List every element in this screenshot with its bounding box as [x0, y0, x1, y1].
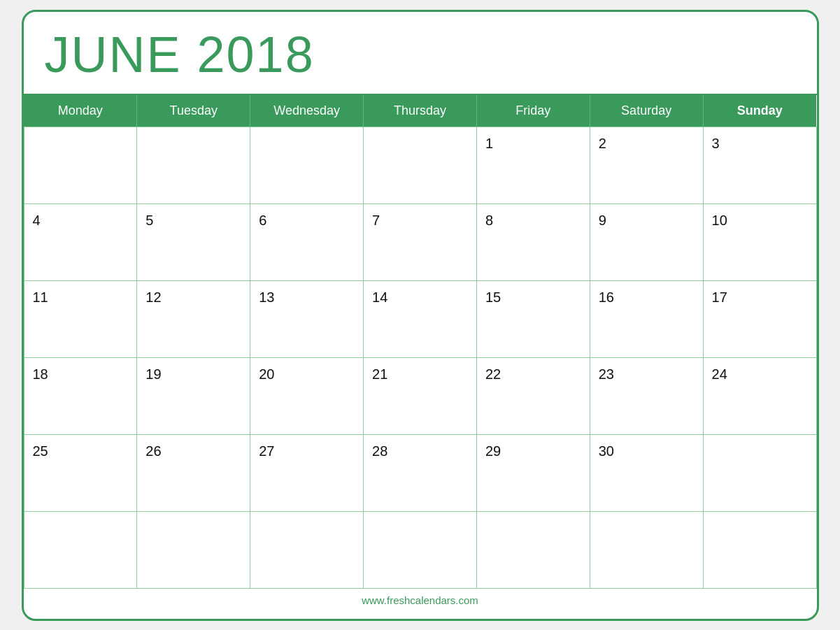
- calendar-day-cell[interactable]: 16: [590, 280, 703, 357]
- day-number: 9: [597, 210, 696, 231]
- day-number: 26: [144, 441, 243, 462]
- calendar-day-cell[interactable]: [476, 511, 590, 588]
- day-number: 11: [31, 287, 130, 308]
- calendar-footer: www.freshcalendars.com: [24, 589, 817, 612]
- calendar-day-cell[interactable]: 11: [24, 280, 137, 357]
- day-number: 28: [371, 441, 469, 462]
- calendar-day-cell[interactable]: [137, 127, 250, 203]
- calendar-day-cell[interactable]: 28: [364, 434, 477, 511]
- calendar-day-cell[interactable]: [364, 127, 477, 203]
- calendar-day-cell[interactable]: 15: [476, 280, 590, 357]
- calendar-day-cell[interactable]: 21: [364, 357, 477, 434]
- calendar-day-cell[interactable]: 18: [24, 357, 137, 434]
- header-monday: Monday: [24, 95, 137, 127]
- calendar-day-cell[interactable]: [24, 511, 137, 588]
- day-number: 22: [484, 364, 583, 385]
- day-number: 8: [484, 210, 583, 231]
- calendar-day-cell[interactable]: 14: [364, 280, 477, 357]
- calendar-day-cell[interactable]: 24: [703, 357, 816, 434]
- header-tuesday: Tuesday: [137, 95, 250, 127]
- day-number: 12: [144, 287, 243, 308]
- day-number: 24: [711, 364, 809, 385]
- calendar-day-cell[interactable]: 23: [590, 357, 703, 434]
- day-number: 29: [484, 441, 583, 462]
- calendar-week-row: 11121314151617: [24, 280, 816, 357]
- calendar-day-cell[interactable]: 17: [703, 280, 816, 357]
- day-number: 17: [711, 287, 809, 308]
- calendar-day-cell[interactable]: 4: [24, 203, 137, 280]
- calendar-day-cell[interactable]: 26: [137, 434, 250, 511]
- calendar-day-cell[interactable]: 1: [476, 127, 590, 203]
- header-friday: Friday: [476, 95, 590, 127]
- day-number: 7: [371, 210, 469, 231]
- day-number: 30: [597, 441, 696, 462]
- day-number: 25: [31, 441, 130, 462]
- calendar-day-cell[interactable]: 3: [703, 127, 816, 203]
- calendar-day-cell[interactable]: 5: [137, 203, 250, 280]
- day-number: 27: [257, 441, 356, 462]
- calendar-day-cell[interactable]: [703, 434, 816, 511]
- calendar-title: JUNE 2018: [45, 26, 796, 83]
- calendar-day-cell[interactable]: 9: [590, 203, 703, 280]
- calendar-day-cell[interactable]: 29: [476, 434, 590, 511]
- calendar-container: JUNE 2018 Monday Tuesday Wednesday Thurs…: [22, 10, 819, 621]
- day-number: 15: [484, 287, 583, 308]
- day-number: 13: [257, 287, 356, 308]
- calendar-header: JUNE 2018: [24, 12, 817, 95]
- calendar-day-cell[interactable]: 30: [590, 434, 703, 511]
- day-number: 19: [144, 364, 243, 385]
- calendar-day-cell[interactable]: 8: [476, 203, 590, 280]
- calendar-day-cell[interactable]: [250, 127, 364, 203]
- calendar-day-cell[interactable]: [250, 511, 364, 588]
- header-saturday: Saturday: [590, 95, 703, 127]
- header-sunday: Sunday: [703, 95, 816, 127]
- calendar-day-cell[interactable]: 25: [24, 434, 137, 511]
- header-wednesday: Wednesday: [250, 95, 364, 127]
- calendar-week-row: 18192021222324: [24, 357, 816, 434]
- calendar-day-cell[interactable]: 7: [364, 203, 477, 280]
- day-number: 10: [711, 210, 809, 231]
- calendar-week-row: 123: [24, 127, 816, 203]
- calendar-week-row: 252627282930: [24, 434, 816, 511]
- day-number: 18: [31, 364, 130, 385]
- calendar-day-cell[interactable]: 19: [137, 357, 250, 434]
- day-number: 5: [144, 210, 243, 231]
- calendar-day-cell[interactable]: 13: [250, 280, 364, 357]
- calendar-day-cell[interactable]: [590, 511, 703, 588]
- calendar-week-row: [24, 511, 816, 588]
- calendar-day-cell[interactable]: [24, 127, 137, 203]
- calendar-day-cell[interactable]: 20: [250, 357, 364, 434]
- calendar-day-cell[interactable]: 12: [137, 280, 250, 357]
- day-number: 3: [711, 133, 809, 155]
- day-number: 21: [371, 364, 469, 385]
- weekday-header-row: Monday Tuesday Wednesday Thursday Friday…: [24, 95, 816, 127]
- calendar-day-cell[interactable]: [364, 511, 477, 588]
- calendar-day-cell[interactable]: 10: [703, 203, 816, 280]
- calendar-day-cell[interactable]: 6: [250, 203, 364, 280]
- day-number: 2: [597, 133, 696, 155]
- day-number: 14: [371, 287, 469, 308]
- day-number: 6: [257, 210, 356, 231]
- calendar-body: 1234567891011121314151617181920212223242…: [24, 127, 816, 588]
- calendar-day-cell[interactable]: 2: [590, 127, 703, 203]
- day-number: 16: [597, 287, 696, 308]
- header-thursday: Thursday: [364, 95, 477, 127]
- calendar-day-cell[interactable]: 22: [476, 357, 590, 434]
- calendar-week-row: 45678910: [24, 203, 816, 280]
- calendar-day-cell[interactable]: 27: [250, 434, 364, 511]
- day-number: 1: [484, 133, 583, 155]
- calendar-grid: Monday Tuesday Wednesday Thursday Friday…: [24, 95, 817, 589]
- calendar-day-cell[interactable]: [703, 511, 816, 588]
- day-number: 4: [31, 210, 130, 231]
- day-number: 20: [257, 364, 356, 385]
- day-number: 23: [597, 364, 696, 385]
- calendar-day-cell[interactable]: [137, 511, 250, 588]
